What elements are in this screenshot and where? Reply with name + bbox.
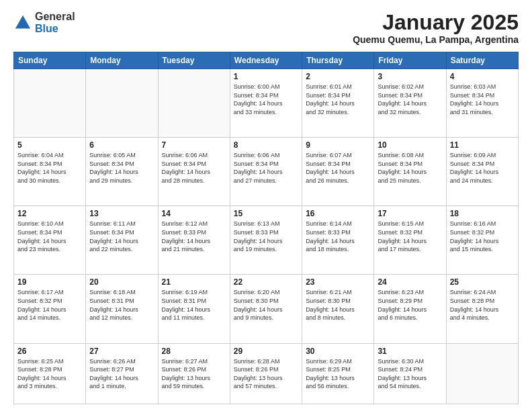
calendar-cell-2-6: 18Sunrise: 6:16 AMSunset: 8:32 PMDayligh… [446,206,518,275]
header-wednesday: Wednesday [230,52,302,69]
day-number-2-6: 18 [450,209,515,218]
weekday-header-row: Sunday Monday Tuesday Wednesday Thursday… [14,52,519,69]
week-row-2: 12Sunrise: 6:10 AMSunset: 8:34 PMDayligh… [14,206,519,275]
week-row-0: 1Sunrise: 6:00 AMSunset: 8:34 PMDaylight… [14,69,519,138]
week-row-3: 19Sunrise: 6:17 AMSunset: 8:32 PMDayligh… [14,275,519,343]
day-number-3-3: 22 [234,277,298,287]
day-info-0-6: Sunrise: 6:03 AMSunset: 8:34 PMDaylight:… [450,83,515,116]
day-number-2-1: 13 [89,209,154,218]
calendar-cell-4-5: 31Sunrise: 6:30 AMSunset: 8:24 PMDayligh… [374,343,446,404]
week-row-1: 5Sunrise: 6:04 AMSunset: 8:34 PMDaylight… [14,138,519,206]
day-number-0-5: 3 [378,72,442,81]
day-number-3-2: 21 [162,277,226,287]
day-number-2-4: 16 [306,209,370,218]
day-info-2-1: Sunrise: 6:11 AMSunset: 8:34 PMDaylight:… [89,220,154,253]
day-info-1-4: Sunrise: 6:07 AMSunset: 8:34 PMDaylight:… [306,151,370,185]
day-info-3-5: Sunrise: 6:23 AMSunset: 8:29 PMDaylight:… [378,288,442,322]
day-info-3-6: Sunrise: 6:24 AMSunset: 8:28 PMDaylight:… [450,288,515,322]
calendar-cell-4-1: 27Sunrise: 6:26 AMSunset: 8:27 PMDayligh… [86,343,158,404]
calendar-table: Sunday Monday Tuesday Wednesday Thursday… [13,52,519,404]
title-block: January 2025 Quemu Quemu, La Pampa, Arge… [353,11,519,45]
day-number-3-6: 25 [450,277,515,287]
calendar-cell-0-6: 4Sunrise: 6:03 AMSunset: 8:34 PMDaylight… [446,69,518,138]
logo: General Blue [13,11,75,34]
day-number-1-3: 8 [234,140,298,150]
calendar-cell-0-2 [158,69,230,138]
day-number-4-3: 29 [234,347,298,356]
day-number-2-0: 12 [17,209,82,218]
day-info-0-3: Sunrise: 6:00 AMSunset: 8:34 PMDaylight:… [234,83,298,116]
day-number-0-3: 1 [234,72,298,81]
header: General Blue January 2025 Quemu Quemu, L… [13,11,519,45]
day-number-4-2: 28 [162,347,226,356]
day-info-4-2: Sunrise: 6:27 AMSunset: 8:26 PMDaylight:… [162,357,226,391]
header-monday: Monday [86,52,158,69]
calendar-cell-2-2: 14Sunrise: 6:12 AMSunset: 8:33 PMDayligh… [158,206,230,275]
page: General Blue January 2025 Quemu Quemu, L… [0,0,532,411]
calendar-cell-3-5: 24Sunrise: 6:23 AMSunset: 8:29 PMDayligh… [374,275,446,343]
day-number-1-1: 6 [89,140,154,150]
day-number-0-4: 2 [306,72,370,81]
day-info-3-1: Sunrise: 6:18 AMSunset: 8:31 PMDaylight:… [89,288,154,322]
calendar-cell-3-3: 22Sunrise: 6:20 AMSunset: 8:30 PMDayligh… [230,275,302,343]
day-info-4-5: Sunrise: 6:30 AMSunset: 8:24 PMDaylight:… [378,357,442,391]
calendar-cell-2-4: 16Sunrise: 6:14 AMSunset: 8:33 PMDayligh… [302,206,374,275]
day-info-3-4: Sunrise: 6:21 AMSunset: 8:30 PMDaylight:… [306,288,370,322]
day-info-2-3: Sunrise: 6:13 AMSunset: 8:33 PMDaylight:… [234,220,298,253]
day-info-1-1: Sunrise: 6:05 AMSunset: 8:34 PMDaylight:… [89,151,154,185]
calendar-cell-0-5: 3Sunrise: 6:02 AMSunset: 8:34 PMDaylight… [374,69,446,138]
day-info-2-0: Sunrise: 6:10 AMSunset: 8:34 PMDaylight:… [17,220,82,253]
day-info-3-0: Sunrise: 6:17 AMSunset: 8:32 PMDaylight:… [17,288,82,322]
day-info-2-4: Sunrise: 6:14 AMSunset: 8:33 PMDaylight:… [306,220,370,253]
calendar-cell-4-3: 29Sunrise: 6:28 AMSunset: 8:26 PMDayligh… [230,343,302,404]
calendar-cell-3-6: 25Sunrise: 6:24 AMSunset: 8:28 PMDayligh… [446,275,518,343]
calendar-cell-3-0: 19Sunrise: 6:17 AMSunset: 8:32 PMDayligh… [14,275,86,343]
calendar-cell-4-4: 30Sunrise: 6:29 AMSunset: 8:25 PMDayligh… [302,343,374,404]
day-info-2-5: Sunrise: 6:15 AMSunset: 8:32 PMDaylight:… [378,220,442,253]
day-info-4-1: Sunrise: 6:26 AMSunset: 8:27 PMDaylight:… [89,357,154,391]
week-row-4: 26Sunrise: 6:25 AMSunset: 8:28 PMDayligh… [14,343,519,404]
calendar-cell-4-2: 28Sunrise: 6:27 AMSunset: 8:26 PMDayligh… [158,343,230,404]
day-info-1-0: Sunrise: 6:04 AMSunset: 8:34 PMDaylight:… [17,151,82,185]
calendar-cell-1-1: 6Sunrise: 6:05 AMSunset: 8:34 PMDaylight… [86,138,158,206]
calendar-cell-1-3: 8Sunrise: 6:06 AMSunset: 8:34 PMDaylight… [230,138,302,206]
day-number-1-0: 5 [17,140,82,150]
calendar-cell-4-0: 26Sunrise: 6:25 AMSunset: 8:28 PMDayligh… [14,343,86,404]
calendar-cell-2-3: 15Sunrise: 6:13 AMSunset: 8:33 PMDayligh… [230,206,302,275]
calendar-cell-4-6 [446,343,518,404]
month-title: January 2025 [353,11,519,34]
day-info-1-3: Sunrise: 6:06 AMSunset: 8:34 PMDaylight:… [234,151,298,185]
day-number-4-0: 26 [17,347,82,356]
day-number-4-1: 27 [89,347,154,356]
header-saturday: Saturday [446,52,518,69]
day-number-0-6: 4 [450,72,515,81]
calendar-cell-1-6: 11Sunrise: 6:09 AMSunset: 8:34 PMDayligh… [446,138,518,206]
calendar-cell-3-1: 20Sunrise: 6:18 AMSunset: 8:31 PMDayligh… [86,275,158,343]
day-info-4-0: Sunrise: 6:25 AMSunset: 8:28 PMDaylight:… [17,357,82,391]
day-info-4-4: Sunrise: 6:29 AMSunset: 8:25 PMDaylight:… [306,357,370,391]
day-info-3-3: Sunrise: 6:20 AMSunset: 8:30 PMDaylight:… [234,288,298,322]
day-number-3-0: 19 [17,277,82,287]
location-subtitle: Quemu Quemu, La Pampa, Argentina [353,34,519,45]
calendar-cell-1-0: 5Sunrise: 6:04 AMSunset: 8:34 PMDaylight… [14,138,86,206]
day-info-0-5: Sunrise: 6:02 AMSunset: 8:34 PMDaylight:… [378,83,442,116]
calendar-cell-2-0: 12Sunrise: 6:10 AMSunset: 8:34 PMDayligh… [14,206,86,275]
day-info-1-2: Sunrise: 6:06 AMSunset: 8:34 PMDaylight:… [162,151,226,185]
day-info-0-4: Sunrise: 6:01 AMSunset: 8:34 PMDaylight:… [306,83,370,116]
header-thursday: Thursday [302,52,374,69]
day-info-2-6: Sunrise: 6:16 AMSunset: 8:32 PMDaylight:… [450,220,515,253]
calendar-cell-2-5: 17Sunrise: 6:15 AMSunset: 8:32 PMDayligh… [374,206,446,275]
calendar-cell-3-4: 23Sunrise: 6:21 AMSunset: 8:30 PMDayligh… [302,275,374,343]
logo-blue-text: Blue [35,23,75,35]
day-number-3-4: 23 [306,277,370,287]
calendar-cell-0-1 [86,69,158,138]
day-info-3-2: Sunrise: 6:19 AMSunset: 8:31 PMDaylight:… [162,288,226,322]
day-number-2-2: 14 [162,209,226,218]
calendar-cell-3-2: 21Sunrise: 6:19 AMSunset: 8:31 PMDayligh… [158,275,230,343]
day-number-3-1: 20 [89,277,154,287]
calendar-cell-2-1: 13Sunrise: 6:11 AMSunset: 8:34 PMDayligh… [86,206,158,275]
day-number-1-2: 7 [162,140,226,150]
day-number-1-6: 11 [450,140,515,150]
logo-icon [13,13,32,32]
logo-general-text: General [35,11,75,23]
